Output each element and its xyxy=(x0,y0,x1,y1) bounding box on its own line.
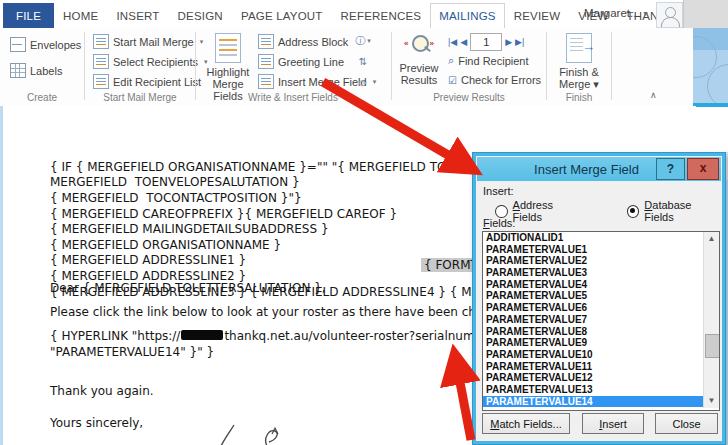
next-record-button[interactable]: ▶ xyxy=(505,37,512,47)
address-block-icon xyxy=(258,34,274,49)
select-recipients-icon xyxy=(93,54,109,69)
merge-field-item[interactable]: PARAMETERVALUE7 xyxy=(483,314,703,326)
update-labels-button[interactable]: ⟳ xyxy=(354,75,372,92)
dialog-title-bar[interactable]: Insert Merge Field ? x xyxy=(477,157,721,181)
greeting-line-icon xyxy=(258,54,274,69)
scroll-down-icon[interactable]: ▼ xyxy=(704,394,719,408)
first-record-button[interactable]: |◀ xyxy=(448,37,457,47)
check-for-errors-button[interactable]: ☑ Check for Errors xyxy=(448,74,541,86)
merge-field-item[interactable]: PARAMETERVALUE13 xyxy=(483,384,703,396)
dialog-close-icon[interactable]: x xyxy=(687,158,719,180)
preview-results-icon: «» xyxy=(404,33,434,59)
previous-record-button[interactable]: ◀ xyxy=(460,37,467,47)
radio-circle-icon xyxy=(495,205,508,218)
listbox-scrollbar[interactable]: ▲ ▼ xyxy=(703,232,719,408)
last-record-button[interactable]: ▶| xyxy=(515,37,524,47)
ribbon-tab[interactable]: REVIEW xyxy=(505,3,570,28)
signoff-line: Yours sincerely, xyxy=(50,416,143,432)
merge-field-item[interactable]: PARAMETERVALUE8 xyxy=(483,326,703,338)
ribbon-group-create: Envelopes Labels Create xyxy=(0,28,84,105)
record-number-input[interactable] xyxy=(470,33,502,51)
envelopes-button[interactable]: Envelopes xyxy=(10,37,81,52)
labels-button[interactable]: Labels xyxy=(10,63,62,78)
start-mail-merge-icon xyxy=(93,34,109,49)
ribbon-mailings: Envelopes Labels Create Start Mail Merge… xyxy=(0,28,693,107)
ribbon-group-finish: Finish & Merge ▾ Finish xyxy=(547,28,611,105)
merge-field-item[interactable]: PARAMETERVALUE10 xyxy=(483,349,703,361)
group-label-preview-results: Preview Results xyxy=(392,92,546,103)
preview-results-button[interactable]: «» Preview Results xyxy=(396,33,442,86)
start-mail-merge-button[interactable]: Start Mail Merge▾ xyxy=(93,34,203,49)
dropdown-caret-icon: ▾ xyxy=(367,37,371,45)
signature-strokes xyxy=(193,424,313,445)
account-dropdown-caret-icon[interactable]: ▾ xyxy=(642,0,652,24)
salutation-line: Dear { MERGEFIELD TOLETTERSALUTATION }, xyxy=(50,281,326,297)
group-label-finish: Finish xyxy=(547,92,611,103)
dialog-title: Insert Merge Field xyxy=(477,162,656,177)
merge-field-item[interactable]: PARAMETERVALUE9 xyxy=(483,337,703,349)
account-avatar[interactable] xyxy=(656,2,683,28)
merge-field-item[interactable]: PARAMETERVALUE6 xyxy=(483,302,703,314)
insert-merge-field-dialog: Insert Merge Field ? x Insert: Address F… xyxy=(472,152,726,445)
edit-recipient-list-icon xyxy=(93,74,109,89)
find-recipient-button[interactable]: ⌕ Find Recipient xyxy=(448,54,529,67)
scrollbar-thumb[interactable] xyxy=(705,334,720,358)
insert-merge-field-icon xyxy=(258,74,274,89)
word-window: FILEHOMEINSERTDESIGNPAGE LAYOUTREFERENCE… xyxy=(0,0,728,445)
group-separator xyxy=(611,32,612,100)
dialog-help-button[interactable]: ? xyxy=(656,158,685,180)
hyperlink-field-line: { HYPERLINK "https://thankq.net.au/volun… xyxy=(50,329,526,345)
thanks-line: Thank you again. xyxy=(50,384,154,400)
group-label-create: Create xyxy=(0,92,84,103)
labels-grid-icon xyxy=(10,63,26,78)
match-fields-button[interactable]: ⇅ xyxy=(354,53,372,70)
ribbon-tab[interactable]: DESIGN xyxy=(169,3,232,28)
ribbon-tab[interactable]: HOME xyxy=(54,3,107,28)
close-dialog-button[interactable]: Close xyxy=(655,413,718,434)
account-name[interactable]: Margaret... xyxy=(576,0,642,25)
merge-field-item[interactable]: PARAMETERVALUE2 xyxy=(483,255,703,267)
ribbon-tab[interactable]: FILE xyxy=(3,3,54,28)
dialog-body: Insert: Address Fields Database Fields F… xyxy=(477,181,721,440)
body-line: Please click the link below to look at y… xyxy=(50,305,528,321)
merge-field-item[interactable]: PARAMETERVALUE14 xyxy=(483,396,703,408)
find-recipient-icon: ⌕ xyxy=(448,54,454,67)
window-endcap xyxy=(683,0,728,28)
check-for-errors-icon: ☑ xyxy=(448,75,457,86)
address-block-button[interactable]: Address Block xyxy=(258,34,348,49)
ribbon-tab[interactable]: REFERENCES xyxy=(332,3,431,28)
merge-field-item[interactable]: PARAMETERVALUE5 xyxy=(483,290,703,302)
merge-field-item[interactable]: PARAMETERVALUE4 xyxy=(483,279,703,291)
rules-button[interactable]: ⓘ▾ xyxy=(354,32,372,49)
highlight-merge-fields-icon xyxy=(215,33,241,63)
finish-and-merge-button[interactable]: Finish & Merge ▾ xyxy=(555,33,603,90)
hyperlink-field-line2: "PARAMETERVALUE14" }" } xyxy=(50,345,214,361)
scroll-up-icon[interactable]: ▲ xyxy=(704,232,719,246)
fields-section-label: Fields: xyxy=(483,217,515,229)
merge-field-item[interactable]: PARAMETERVALUE12 xyxy=(483,372,703,384)
radio-circle-selected-icon xyxy=(627,205,640,218)
collapse-ribbon-button[interactable]: ∧ xyxy=(650,90,657,100)
ribbon-tab[interactable]: PAGE LAYOUT xyxy=(232,3,332,28)
merge-field-item[interactable]: PARAMETERVALUE1 xyxy=(483,244,703,256)
radio-database-fields[interactable]: Database Fields xyxy=(627,199,721,223)
ribbon-group-write-insert-fields: Highlight Merge Fields Address Block Gre… xyxy=(196,28,390,105)
dropdown-caret-icon: ▾ xyxy=(373,78,377,86)
merge-field-item[interactable]: PARAMETERVALUE3 xyxy=(483,267,703,279)
merge-field-item[interactable]: PARAMETERVALUE11 xyxy=(483,361,703,373)
edit-recipient-list-button[interactable]: Edit Recipient List xyxy=(93,74,201,89)
redaction-box xyxy=(181,330,223,340)
insert-dialog-button[interactable]: Insert xyxy=(582,413,644,434)
ribbon-tab[interactable]: INSERT xyxy=(107,3,168,28)
finish-merge-icon xyxy=(566,33,592,63)
merge-field-item[interactable]: ADDITIONALID1 xyxy=(483,232,703,244)
record-navigator: |◀ ◀ ▶ ▶| xyxy=(448,33,524,51)
ribbon-group-preview-results: «» Preview Results |◀ ◀ ▶ ▶| ⌕ Find Reci… xyxy=(392,28,546,105)
ribbon-tab[interactable]: MAILINGS xyxy=(430,3,505,28)
select-recipients-button[interactable]: Select Recipients▾ xyxy=(93,54,208,69)
greeting-line-button[interactable]: Greeting Line xyxy=(258,54,344,69)
match-fields-dialog-button[interactable]: Match Fields... xyxy=(482,413,570,434)
insert-section-label: Insert: xyxy=(483,185,514,197)
group-label-start-mail-merge: Start Mail Merge xyxy=(85,92,195,103)
merge-fields-listbox[interactable]: ADDITIONALID1PARAMETERVALUE1PARAMETERVAL… xyxy=(482,231,720,411)
